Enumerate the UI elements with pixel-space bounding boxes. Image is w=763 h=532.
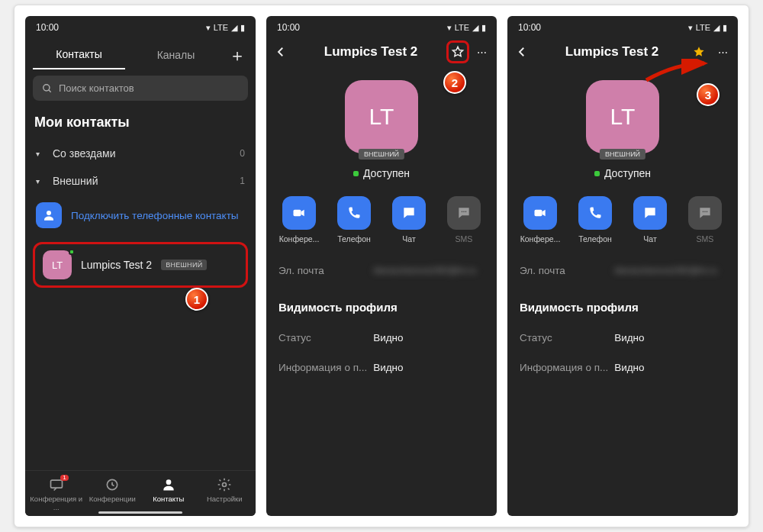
svg-rect-7 [294,210,301,216]
bottom-nav: 1 Конференция и ... Конференции Контакты… [25,470,256,516]
info-row: Информация о п... Видно [520,353,726,382]
action-chat[interactable]: Чат [628,196,672,243]
svg-line-1 [49,89,51,92]
group-external-label: Внешний [53,175,98,187]
external-badge: ВНЕШНИЙ [600,149,645,160]
group-starred[interactable]: ▾ Со звездами 0 [25,140,256,167]
person-icon [36,202,62,228]
sms-icon [688,196,722,230]
phone-icon [578,196,612,230]
status-bar: 10:00 ▾LTE◢▮ [25,16,256,36]
svg-point-9 [463,211,465,213]
email-value: dianazuhanova1992@lm.ru [614,265,726,276]
nav-settings[interactable]: Настройки [197,477,253,511]
nav-conf-chat[interactable]: 1 Конференция и ... [28,477,85,511]
chat-icon [392,196,426,230]
svg-point-13 [704,211,706,213]
presence-dot [594,171,600,176]
visibility-header: Видимость профиля [507,290,738,318]
nav-contacts[interactable]: Контакты [140,477,197,511]
status-row: Статус Видно [520,323,726,353]
video-icon [282,196,316,230]
avatar: LT ВНЕШНИЙ [345,80,418,153]
tabs-row: Контакты Каналы ＋ [25,36,256,69]
group-external[interactable]: ▾ Внешний 1 [25,167,256,195]
presence-status: Доступен [353,167,410,179]
status-bar: 10:00 ▾LTE◢▮ [266,16,497,36]
profile-screen-starred: 10:00 ▾LTE◢▮ Lumpics Test 2 ⋯ 3 LT ВНЕШН… [507,16,738,516]
status-row: Статус Видно [278,323,485,353]
tutorial-marker-3: 3 [697,83,720,106]
presence-indicator [69,249,75,255]
action-sms: SMS [442,196,486,243]
svg-point-6 [223,483,227,487]
external-badge: ВНЕШНИЙ [359,149,404,160]
more-button[interactable]: ⋯ [715,47,730,58]
action-conference[interactable]: Конфере... [277,196,321,243]
visibility-header: Видимость профиля [266,290,497,318]
info-row: Информация о п... Видно [278,353,485,382]
svg-rect-3 [50,480,62,488]
email-value: dianazuhanova1992@lm.ru [373,265,485,276]
tab-channels[interactable]: Каналы [130,43,222,69]
svg-point-2 [47,211,51,215]
gear-icon [217,477,232,492]
tab-contacts[interactable]: Контакты [33,42,125,69]
status-icons: ▾LTE◢▮ [206,23,245,33]
back-button[interactable] [274,45,295,59]
chevron-down-icon: ▾ [36,177,45,185]
chat-icon: 1 [49,477,64,492]
svg-point-12 [703,211,704,213]
email-row: Эл. почта dianazuhanova1992@lm.ru [520,256,726,285]
action-row: Конфере... Телефон Чат SMS [507,184,738,251]
video-icon [523,196,557,230]
contacts-screen: 10:00 ▾LTE◢▮ Контакты Каналы ＋ Поиск кон… [25,16,256,516]
search-placeholder: Поиск контактов [59,82,134,94]
action-chat[interactable]: Чат [387,196,431,243]
chat-icon [633,196,667,230]
star-button[interactable] [446,40,469,63]
section-title: Мои контакты [25,107,256,140]
avatar: LT [43,250,72,279]
group-starred-count: 0 [240,148,245,159]
avatar: LT ВНЕШНИЙ [586,80,659,153]
svg-point-0 [43,84,50,90]
tutorial-marker-1: 1 [185,288,208,311]
connect-phone-contacts[interactable]: Подключить телефонные контакты [25,195,256,236]
back-button[interactable] [515,45,536,59]
page-title: Lumpics Test 2 [541,44,683,60]
svg-point-8 [462,211,463,213]
sms-icon [447,196,481,230]
action-sms: SMS [683,196,727,243]
page-title: Lumpics Test 2 [300,44,442,60]
add-button[interactable]: ＋ [227,44,248,67]
svg-point-10 [465,211,467,213]
group-external-count: 1 [240,176,245,186]
status-bar: 10:00 ▾LTE◢▮ [507,16,738,36]
more-button[interactable]: ⋯ [474,47,489,58]
nav-conferences[interactable]: Конференции [85,477,141,511]
chevron-down-icon: ▾ [36,150,45,158]
email-row: Эл. почта dianazuhanova1992@lm.ru [278,256,485,285]
svg-point-14 [707,211,708,213]
contacts-icon [161,477,176,492]
svg-point-5 [166,479,171,485]
tutorial-arrow [642,59,710,86]
presence-dot [353,171,359,176]
action-row: Конфере... Телефон Чат SMS [266,184,497,251]
phone-icon [337,196,371,230]
presence-status: Доступен [594,167,651,179]
action-phone[interactable]: Телефон [332,196,376,243]
action-conference[interactable]: Конфере... [518,196,562,243]
contact-item[interactable]: LT Lumpics Test 2 ВНЕШНИЙ [33,242,248,288]
contact-name: Lumpics Test 2 [81,259,152,271]
clock-icon [105,477,120,492]
tutorial-marker-2: 2 [443,71,466,94]
connect-label: Подключить телефонные контакты [71,210,239,221]
profile-screen-unstarred: 10:00 ▾LTE◢▮ Lumpics Test 2 ⋯ 2 LT ВНЕШН… [266,16,497,516]
search-input[interactable]: Поиск контактов [33,76,248,101]
action-phone[interactable]: Телефон [573,196,617,243]
group-starred-label: Со звездами [53,147,115,160]
svg-rect-11 [535,210,542,216]
search-icon [42,83,53,94]
